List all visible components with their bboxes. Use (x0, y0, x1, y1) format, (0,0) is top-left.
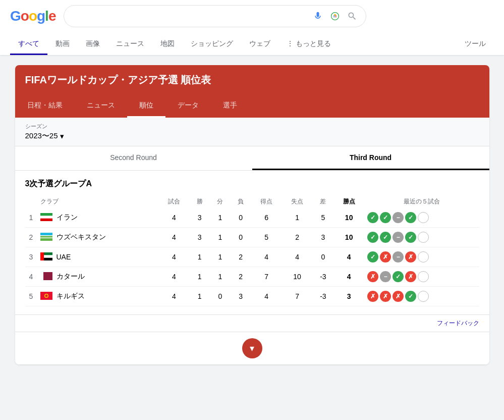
team-name: ウズベキスタン (57, 233, 106, 242)
cell-goals-against: 1 (282, 208, 313, 228)
group-title: 3次予選グループA (25, 179, 479, 189)
table-row: 3 UAE 4 1 1 2 4 4 0 4 ✓✗−✗ (25, 247, 479, 267)
th-matches: 試合 (158, 195, 189, 208)
cell-team: キルギス (37, 287, 159, 306)
form-circle-draw: − (393, 232, 404, 243)
cell-form: ✓✗−✗ (364, 247, 479, 267)
cell-team: ウズベキスタン (37, 228, 159, 247)
tab-maps[interactable]: 地図 (152, 34, 183, 55)
form-circle-win: ✓ (405, 232, 416, 243)
card-nav-data[interactable]: データ (165, 95, 211, 118)
cell-matches: 4 (158, 287, 189, 306)
cell-matches: 4 (158, 208, 189, 228)
cell-losses: 0 (231, 208, 251, 228)
cell-rank: 2 (25, 228, 37, 247)
cell-diff: 5 (313, 208, 333, 228)
team-name: キルギス (57, 292, 85, 301)
search-input[interactable] (72, 12, 312, 21)
cell-goals-for: 6 (251, 208, 282, 228)
cell-wins: 1 (189, 287, 210, 306)
cell-matches: 4 (158, 228, 189, 247)
cell-draws: 1 (210, 228, 231, 247)
cell-losses: 2 (231, 267, 251, 287)
th-points: 勝点 (333, 195, 364, 208)
tab-second-round[interactable]: Second Round (15, 146, 252, 170)
card-nav-players[interactable]: 選手 (211, 95, 249, 118)
card-nav-standings[interactable]: 順位 (127, 95, 165, 118)
form-circle-empty (418, 212, 429, 223)
form-circle-win: ✓ (367, 232, 378, 243)
standings-table: クラブ 試合 勝 分 負 得点 失点 差 勝点 最近の５試合 1 (25, 195, 479, 306)
tab-video[interactable]: 動画 (47, 34, 78, 55)
cell-goals-for: 4 (251, 247, 282, 267)
table-header-row: クラブ 試合 勝 分 負 得点 失点 差 勝点 最近の５試合 (25, 195, 479, 208)
cell-diff: -3 (313, 287, 333, 306)
cell-matches: 4 (158, 247, 189, 267)
form-circle-draw: − (393, 251, 404, 262)
form-circle-win: ✓ (380, 212, 391, 223)
cell-wins: 1 (189, 247, 210, 267)
tab-more[interactable]: ⋮ もっと見る (278, 34, 339, 55)
cell-form: ✓✓−✓ (364, 228, 479, 247)
card-nav-schedule[interactable]: 日程・結果 (15, 95, 75, 118)
table-row: 1 イラン 4 3 1 0 6 1 5 10 ✓✓−✓ (25, 208, 479, 228)
season-selector[interactable]: 2023〜25 ▾ (25, 131, 479, 141)
cell-losses: 3 (231, 287, 251, 306)
cell-points: 4 (333, 267, 364, 287)
th-recent: 最近の５試合 (364, 195, 479, 208)
card-nav: 日程・結果 ニュース 順位 データ 選手 (15, 95, 489, 118)
mic-icon[interactable] (312, 11, 323, 22)
svg-rect-14 (40, 272, 43, 280)
form-circle-win: ✓ (405, 291, 416, 302)
svg-rect-4 (40, 218, 52, 221)
cell-diff: 3 (313, 228, 333, 247)
season-value-text: 2023〜25 (25, 131, 58, 141)
tab-third-round[interactable]: Third Round (252, 146, 489, 170)
cell-goals-against: 2 (282, 228, 313, 247)
form-circle-draw: − (393, 212, 404, 223)
feedback-link[interactable]: フィードバック (15, 314, 489, 332)
cell-goals-against: 10 (282, 267, 313, 287)
tab-all[interactable]: すべて (10, 34, 47, 55)
svg-rect-3 (40, 213, 52, 216)
cell-points: 10 (333, 208, 364, 228)
lens-icon[interactable] (329, 11, 341, 22)
card-nav-news[interactable]: ニュース (75, 95, 127, 118)
form-circle-win: ✓ (405, 212, 416, 223)
card-header: FIFAワールドカップ・アジア予選 順位表 (15, 65, 489, 95)
cell-form: ✗−✓✗ (364, 267, 479, 287)
table-row: 4 カタール 4 1 1 2 7 10 -3 4 ✗−✓✗ (25, 267, 479, 287)
svg-marker-15 (43, 272, 45, 280)
cell-draws: 1 (210, 247, 231, 267)
season-section: シーズン 2023〜25 ▾ (15, 118, 489, 146)
svg-rect-6 (40, 233, 52, 235)
cell-points: 3 (333, 287, 364, 306)
dropdown-arrow-icon: ▾ (60, 132, 64, 141)
tab-images[interactable]: 画像 (78, 34, 108, 55)
tab-tools[interactable]: ツール (457, 34, 494, 55)
tab-news[interactable]: ニュース (108, 34, 152, 55)
cell-goals-for: 7 (251, 267, 282, 287)
expand-button-container: ▾ (15, 332, 489, 364)
search-bar (64, 5, 366, 27)
svg-rect-12 (40, 252, 44, 260)
search-icon[interactable] (347, 11, 358, 22)
table-section: 3次予選グループA クラブ 試合 勝 分 負 得点 失点 差 勝点 最近の５試合 (15, 171, 489, 314)
form-circle-loss: ✗ (367, 291, 378, 302)
table-row: 2 ウズベキスタン 4 3 1 0 5 2 3 10 ✓✓−✓ (25, 228, 479, 247)
th-goals-for: 得点 (251, 195, 282, 208)
cell-points: 4 (333, 247, 364, 267)
cell-points: 10 (333, 228, 364, 247)
th-goals-against: 失点 (282, 195, 313, 208)
cell-form: ✓✓−✓ (364, 208, 479, 228)
form-circle-loss: ✗ (393, 291, 404, 302)
form-circle-win: ✓ (367, 212, 378, 223)
cell-diff: -3 (313, 267, 333, 287)
form-circle-loss: ✗ (380, 291, 391, 302)
tab-web[interactable]: ウェブ (241, 34, 278, 55)
cell-matches: 4 (158, 267, 189, 287)
svg-point-18 (45, 294, 47, 297)
cell-form: ✗✗✗✓ (364, 287, 479, 306)
tab-shopping[interactable]: ショッピング (183, 34, 241, 55)
expand-button[interactable]: ▾ (242, 338, 262, 358)
